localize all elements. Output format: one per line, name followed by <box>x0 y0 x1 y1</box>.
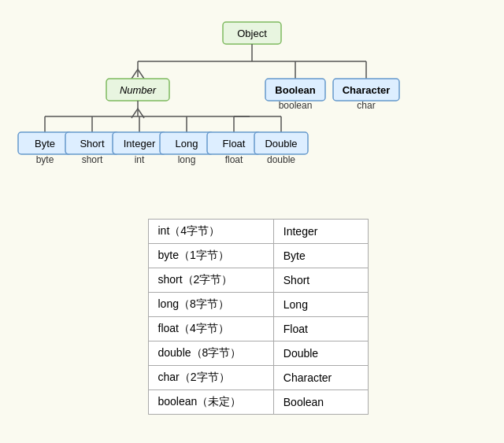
object-label: Object <box>237 28 267 39</box>
primitive-cell: short（2字节） <box>148 268 273 293</box>
short-label: Short <box>80 138 104 150</box>
boolean-label: Boolean <box>275 84 315 96</box>
long-primitive-label: long <box>178 154 196 165</box>
table-row: int（4字节）Integer <box>148 220 368 244</box>
wrapper-cell: Character <box>273 366 368 390</box>
double-label: Double <box>265 138 297 150</box>
primitive-cell: int（4字节） <box>148 220 273 244</box>
primitive-cell: boolean（未定） <box>148 390 273 415</box>
table-row: boolean（未定）Boolean <box>148 390 368 415</box>
tree-diagram: Object Number Boolean boolean Character … <box>12 16 492 197</box>
table-row: byte（1字节）Byte <box>148 244 368 268</box>
wrapper-cell: Double <box>273 341 368 366</box>
table-row: double（8字节）Double <box>148 341 368 366</box>
integer-label: Integer <box>124 138 156 150</box>
primitive-cell: byte（1字节） <box>148 244 273 268</box>
integer-primitive-label: int <box>135 154 145 165</box>
table-row: short（2字节）Short <box>148 268 368 293</box>
float-primitive-label: float <box>225 154 243 165</box>
diagram-area: Object Number Boolean boolean Character … <box>8 8 496 212</box>
primitive-cell: char（2字节） <box>148 366 273 390</box>
number-label: Number <box>120 84 157 96</box>
byte-label: Byte <box>35 138 55 150</box>
boolean-primitive-label: boolean <box>279 100 313 111</box>
long-label: Long <box>176 138 198 150</box>
character-primitive-label: char <box>357 100 375 111</box>
wrapper-cell: Integer <box>273 220 368 244</box>
wrapper-table: int（4字节）Integerbyte（1字节）Byteshort（2字节）Sh… <box>148 219 369 415</box>
wrapper-cell: Float <box>273 317 368 341</box>
wrapper-cell: Long <box>273 293 368 317</box>
table-row: float（4字节）Float <box>148 317 368 341</box>
primitive-cell: long（8字节） <box>148 293 273 317</box>
byte-primitive-label: byte <box>36 154 54 165</box>
table-row: char（2字节）Character <box>148 366 368 390</box>
double-primitive-label: double <box>267 154 295 165</box>
wrapper-cell: Short <box>273 268 368 293</box>
primitive-cell: float（4字节） <box>148 317 273 341</box>
table-row: long（8字节）Long <box>148 293 368 317</box>
short-primitive-label: short <box>82 154 103 165</box>
wrapper-cell: Byte <box>273 244 368 268</box>
float-label: Float <box>223 138 246 150</box>
wrapper-cell: Boolean <box>273 390 368 415</box>
character-label: Character <box>343 84 391 96</box>
table-container: int（4字节）Integerbyte（1字节）Byteshort（2字节）Sh… <box>8 212 496 415</box>
primitive-cell: double（8字节） <box>148 341 273 366</box>
